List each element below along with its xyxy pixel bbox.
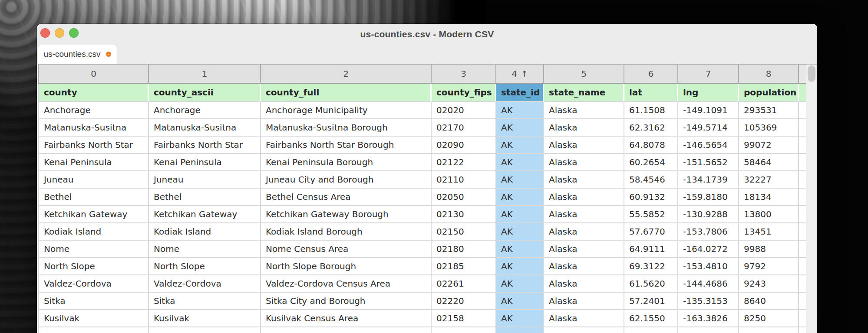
- table-cell[interactable]: Anchorage: [149, 102, 261, 119]
- table-cell[interactable]: Sitka: [38, 293, 149, 310]
- table-cell[interactable]: 60.9132: [624, 189, 678, 206]
- table-cell[interactable]: Kusilvak Census Area: [261, 310, 432, 327]
- table-cell[interactable]: Kenai Peninsula: [149, 154, 261, 171]
- column-number-header-5[interactable]: 5: [544, 64, 624, 84]
- column-number-header-6[interactable]: 6: [624, 64, 678, 84]
- table-cell[interactable]: Anchorage: [38, 102, 149, 119]
- table-cell[interactable]: 02158: [432, 310, 496, 327]
- table-cell[interactable]: Alaska: [544, 223, 624, 241]
- table-cell[interactable]: 02020: [432, 102, 496, 119]
- csv-header-cell-county_fips[interactable]: county_fips: [432, 84, 496, 102]
- scrollbar-thumb[interactable]: [808, 65, 815, 82]
- table-cell[interactable]: North Slope: [149, 258, 261, 275]
- table-cell[interactable]: AK: [496, 206, 544, 223]
- table-cell[interactable]: AK: [496, 223, 544, 241]
- column-number-header-4[interactable]: 4↑: [496, 64, 544, 84]
- csv-header-cell-population[interactable]: population: [739, 84, 799, 102]
- table-cell[interactable]: AK: [496, 258, 544, 275]
- table-cell[interactable]: 02050: [432, 189, 496, 206]
- table-cell[interactable]: 58.4546: [624, 171, 678, 189]
- table-cell[interactable]: AK: [496, 275, 544, 293]
- table-cell[interactable]: Alaska: [544, 206, 624, 223]
- table-cell[interactable]: 64.8078: [624, 137, 678, 154]
- table-cell[interactable]: Ketchikan Gateway Borough: [261, 206, 432, 223]
- table-cell[interactable]: Nome: [149, 241, 261, 258]
- table-cell[interactable]: Valdez-Cordova Census Area: [261, 275, 432, 293]
- table-cell[interactable]: North Slope Borough: [261, 258, 432, 275]
- table-cell[interactable]: -149.1091: [678, 102, 739, 119]
- table-cell[interactable]: AK: [496, 241, 544, 258]
- table-cell[interactable]: 61.1508: [624, 102, 678, 119]
- table-cell[interactable]: Bethel: [38, 189, 149, 206]
- table-cell[interactable]: 02130: [432, 206, 496, 223]
- table-cell[interactable]: 58464: [739, 154, 799, 171]
- table-cell[interactable]: 02170: [432, 119, 496, 137]
- table-cell[interactable]: Kusilvak: [149, 310, 261, 327]
- csv-header-cell-county[interactable]: county: [38, 84, 149, 102]
- table-cell[interactable]: Sitka City and Borough: [261, 293, 432, 310]
- table-cell[interactable]: 62.3162: [624, 119, 678, 137]
- table-cell[interactable]: Alaska: [544, 310, 624, 327]
- table-cell[interactable]: Alaska: [544, 137, 624, 154]
- table-cell[interactable]: -144.4686: [678, 275, 739, 293]
- table-cell[interactable]: 57.6770: [624, 223, 678, 241]
- column-number-header-7[interactable]: 7: [678, 64, 739, 84]
- table-cell[interactable]: Bethel Census Area: [261, 189, 432, 206]
- table-cell[interactable]: Sitka: [149, 293, 261, 310]
- table-cell[interactable]: -151.5652: [678, 154, 739, 171]
- table-cell[interactable]: Alaska: [544, 241, 624, 258]
- table-cell[interactable]: -164.0272: [678, 241, 739, 258]
- table-cell[interactable]: 13800: [739, 206, 799, 223]
- table-cell[interactable]: Kodiak Island: [149, 223, 261, 241]
- table-cell[interactable]: Kodiak Island Borough: [261, 223, 432, 241]
- table-cell[interactable]: Alaska: [544, 171, 624, 189]
- tab-us-counties[interactable]: us-counties.csv: [38, 45, 117, 64]
- table-cell[interactable]: 02090: [432, 137, 496, 154]
- table-cell[interactable]: Valdez-Cordova: [38, 275, 149, 293]
- table-cell[interactable]: 57.2401: [624, 293, 678, 310]
- table-cell[interactable]: AK: [496, 119, 544, 137]
- table-cell[interactable]: 105369: [739, 119, 799, 137]
- table-cell[interactable]: Fairbanks North Star: [38, 137, 149, 154]
- table-cell[interactable]: 32227: [739, 171, 799, 189]
- table-cell[interactable]: Juneau City and Borough: [261, 171, 432, 189]
- table-cell[interactable]: 62.1550: [624, 310, 678, 327]
- table-cell[interactable]: 02185: [432, 258, 496, 275]
- csv-header-cell-county_full[interactable]: county_full: [261, 84, 432, 102]
- csv-header-cell-lng[interactable]: lng: [678, 84, 739, 102]
- table-cell[interactable]: AK: [496, 102, 544, 119]
- table-cell[interactable]: Fairbanks North Star Borough: [261, 137, 432, 154]
- table-cell[interactable]: 99072: [739, 137, 799, 154]
- table-cell[interactable]: 02110: [432, 171, 496, 189]
- table-cell[interactable]: Valdez-Cordova: [149, 275, 261, 293]
- table-cell[interactable]: Alaska: [544, 102, 624, 119]
- table-cell[interactable]: Kodiak Island: [38, 223, 149, 241]
- csv-header-cell-county_ascii[interactable]: county_ascii: [149, 84, 261, 102]
- table-cell[interactable]: Alaska: [544, 293, 624, 310]
- table-cell[interactable]: 02220: [432, 293, 496, 310]
- table-cell[interactable]: Ketchikan Gateway: [38, 206, 149, 223]
- table-cell[interactable]: Ketchikan Gateway: [149, 206, 261, 223]
- table-cell[interactable]: 02150: [432, 223, 496, 241]
- table-cell[interactable]: -134.1739: [678, 171, 739, 189]
- table-cell[interactable]: 61.5620: [624, 275, 678, 293]
- table-cell[interactable]: North Slope: [38, 258, 149, 275]
- table-cell[interactable]: Alaska: [544, 275, 624, 293]
- table-cell[interactable]: Nome: [38, 241, 149, 258]
- column-number-header-0[interactable]: 0: [38, 64, 149, 84]
- table-cell[interactable]: Alaska: [544, 258, 624, 275]
- csv-header-cell-lat[interactable]: lat: [624, 84, 678, 102]
- table-cell[interactable]: Juneau: [38, 171, 149, 189]
- table-cell[interactable]: Nome Census Area: [261, 241, 432, 258]
- table-cell[interactable]: AK: [496, 137, 544, 154]
- table-cell[interactable]: Alaska: [544, 189, 624, 206]
- table-cell[interactable]: 02122: [432, 154, 496, 171]
- table-cell[interactable]: 18134: [739, 189, 799, 206]
- table-cell[interactable]: 60.2654: [624, 154, 678, 171]
- table-cell[interactable]: -149.5714: [678, 119, 739, 137]
- table-cell[interactable]: Juneau: [149, 171, 261, 189]
- table-cell[interactable]: 9792: [739, 258, 799, 275]
- table-cell[interactable]: AK: [496, 310, 544, 327]
- table-cell[interactable]: AK: [496, 189, 544, 206]
- table-cell[interactable]: Matanuska-Susitna: [149, 119, 261, 137]
